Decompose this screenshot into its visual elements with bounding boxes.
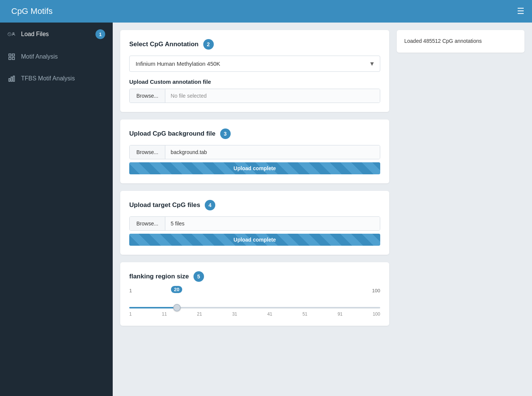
step-badge-5: 5	[193, 271, 204, 282]
sidebar-item-load-files[interactable]: Load Files 1	[0, 23, 113, 46]
background-progress-text: Upload complete	[129, 165, 380, 171]
sidebar-label-load-files: Load Files	[21, 31, 49, 38]
target-card-title: Upload target CpG files 4	[129, 200, 380, 210]
target-file-input-row: Browse... 5 files	[129, 216, 380, 231]
app-title: CpG Motifs	[8, 6, 53, 16]
bar-chart-icon	[8, 74, 16, 83]
sidebar: Load Files 1 Motif Analysis	[0, 23, 113, 396]
hamburger-menu-icon[interactable]: ☰	[517, 6, 524, 16]
slider-range-labels: 1 100	[129, 288, 380, 293]
slider-container: 20	[129, 296, 380, 308]
slider-min-label: 1	[129, 288, 132, 293]
background-title-text: Upload CpG background file	[129, 130, 216, 138]
slider-fill	[129, 307, 177, 308]
step-badge-2: 2	[203, 39, 214, 50]
target-progress-bar: Upload complete	[129, 234, 380, 246]
main-column: Select CpG Annotation 2 Infinium Human M…	[120, 30, 389, 388]
sidebar-label-motif-analysis: Motif Analysis	[21, 53, 58, 60]
custom-upload-label: Upload Custom annotation file	[129, 79, 380, 85]
sidebar-item-tfbs-motif-analysis[interactable]: TFBS Motif Analysis	[0, 68, 113, 89]
tick-100: 100	[373, 311, 380, 317]
annotation-title-text: Select CpG Annotation	[129, 41, 199, 48]
custom-file-name: No file selected	[165, 89, 380, 103]
svg-point-1	[8, 33, 9, 33]
sidebar-item-motif-analysis[interactable]: Motif Analysis	[0, 46, 113, 68]
svg-rect-9	[13, 76, 14, 81]
svg-rect-3	[9, 54, 11, 56]
background-card: Upload CpG background file 3 Browse... b…	[120, 119, 389, 183]
background-browse-button[interactable]: Browse...	[130, 145, 165, 159]
svg-rect-7	[9, 79, 10, 82]
tick-91: 91	[337, 311, 342, 317]
grid-icon	[8, 53, 16, 61]
background-progress-bar: Upload complete	[129, 162, 380, 174]
info-column: Loaded 485512 CpG annotations Loaded 485…	[397, 30, 524, 388]
tick-21: 21	[197, 311, 202, 317]
flanking-title: flanking region size 5	[129, 271, 380, 282]
tick-41: 41	[267, 311, 272, 317]
content-area: Select CpG Annotation 2 Infinium Human M…	[113, 23, 532, 396]
svg-point-2	[13, 33, 14, 34]
annotation-dropdown[interactable]: Infinium Human Methylation 450K Infinium…	[129, 56, 380, 72]
load-icon	[8, 30, 16, 38]
custom-file-input-row: Browse... No file selected	[129, 89, 380, 103]
tick-1: 1	[129, 311, 132, 317]
custom-browse-button[interactable]: Browse...	[130, 89, 165, 103]
custom-annotation-upload: Upload Custom annotation file Browse... …	[129, 79, 380, 103]
flanking-title-text: flanking region size	[129, 273, 189, 280]
background-file-input-row: Browse... background.tab	[129, 145, 380, 159]
slider-max-label: 100	[372, 288, 380, 293]
slider-thumb[interactable]	[173, 304, 181, 311]
target-card: Upload target CpG files 4 Browse... 5 fi…	[120, 191, 389, 255]
annotation-card: Select CpG Annotation 2 Infinium Human M…	[120, 30, 389, 112]
annotation-info-card: Loaded 485512 CpG annotations	[397, 30, 524, 53]
background-card-title: Upload CpG background file 3	[129, 128, 380, 139]
tick-51: 51	[302, 311, 307, 317]
slider-track	[129, 307, 380, 308]
slider-ticks: 1 11 21 31 41 51 91 100	[129, 311, 380, 317]
svg-rect-5	[9, 57, 11, 60]
tick-11: 11	[162, 311, 167, 317]
app-header: CpG Motifs ☰	[0, 0, 532, 23]
annotation-dropdown-wrapper: Infinium Human Methylation 450K Infinium…	[129, 56, 380, 72]
annotation-info-text: Loaded 485512 CpG annotations	[404, 38, 482, 44]
background-file-name: background.tab	[165, 145, 380, 159]
main-layout: Load Files 1 Motif Analysis	[0, 23, 532, 396]
step-badge-4: 4	[205, 200, 215, 210]
flanking-card: flanking region size 5 1 100 20 1 1	[120, 262, 389, 326]
sidebar-label-tfbs: TFBS Motif Analysis	[21, 75, 75, 82]
sidebar-badge-1: 1	[95, 29, 105, 39]
slider-value-bubble: 20	[171, 286, 182, 293]
annotation-card-title: Select CpG Annotation 2	[129, 39, 380, 50]
step-badge-3: 3	[220, 128, 231, 139]
tick-31: 31	[232, 311, 237, 317]
svg-rect-8	[11, 77, 12, 82]
svg-rect-4	[12, 54, 15, 56]
target-progress-text: Upload complete	[129, 237, 380, 243]
target-file-name: 5 files	[165, 217, 380, 230]
target-browse-button[interactable]: Browse...	[130, 217, 165, 230]
svg-rect-6	[12, 57, 15, 60]
target-title-text: Upload target CpG files	[129, 201, 200, 209]
